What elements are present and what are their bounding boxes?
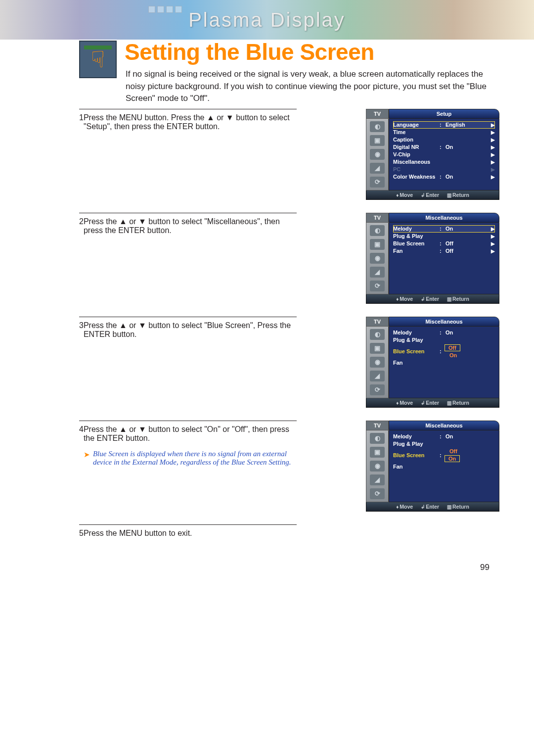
category-icon: ⟳ <box>370 384 385 395</box>
menu-row[interactable]: Blue Screen:OffOn <box>393 448 495 463</box>
step-text: Press the ▲ or ▼ button to select "On" o… <box>84 425 297 467</box>
tv-tab: TV <box>366 213 389 223</box>
category-icon: ◐ <box>370 121 385 132</box>
menu-title: Miscellaneous <box>389 421 499 430</box>
option-value[interactable]: On <box>445 455 460 462</box>
tv-tab: TV <box>366 317 389 327</box>
tv-tab: TV <box>366 421 389 430</box>
category-icon: ◐ <box>370 329 385 340</box>
menu-row[interactable]: Plug & Play <box>393 440 495 448</box>
step-number: 4 <box>79 425 84 467</box>
menu-footer: ♦Move↲Enter▥Return <box>366 398 499 408</box>
category-icon: ◉ <box>370 253 385 264</box>
top-banner: Plasma Display <box>0 0 534 40</box>
step-text: Press the ▲ or ▼ button to select "Misce… <box>84 217 297 235</box>
category-icon: ⟳ <box>370 177 385 188</box>
page-number: 99 <box>0 553 534 572</box>
step-number: 5 <box>79 529 84 538</box>
category-icon: ◐ <box>370 225 385 236</box>
menu-row[interactable]: Blue Screen:OffOn <box>393 344 495 359</box>
category-icon: ◢ <box>370 474 385 485</box>
osd-menu: TVMiscellaneous◐▣◉◢⟳Melody:OnPlug & Play… <box>366 421 499 512</box>
menu-row[interactable]: Plug & Play <box>393 336 495 344</box>
menu-row[interactable]: Caption▶ <box>393 136 495 143</box>
intro-text: If no signal is being received or the si… <box>126 68 499 105</box>
menu-row[interactable]: Miscellaneous▶ <box>393 158 495 166</box>
category-icon: ▣ <box>370 135 385 146</box>
menu-title: Setup <box>389 109 499 119</box>
osd-menu: TVSetup◐▣◉◢⟳Language:English▶Time▶Captio… <box>366 109 499 200</box>
section-icon: ☟ <box>79 41 117 78</box>
category-icon: ▣ <box>370 239 385 250</box>
category-icon: ▣ <box>370 447 385 458</box>
menu-category-icons: ◐▣◉◢⟳ <box>366 430 389 502</box>
menu-row[interactable]: Melody:On <box>393 433 495 440</box>
menu-title: Miscellaneous <box>389 213 499 223</box>
page-title: Setting the Blue Screen <box>125 39 499 65</box>
menu-row[interactable]: Fan <box>393 359 495 367</box>
menu-category-icons: ◐▣◉◢⟳ <box>366 119 389 190</box>
menu-footer: ♦Move↲Enter▥Return <box>366 190 499 200</box>
menu-row[interactable]: Color Weakness:On▶ <box>393 173 495 181</box>
menu-row[interactable]: V-Chip▶ <box>393 151 495 158</box>
menu-row[interactable]: Digital NR:On▶ <box>393 143 495 151</box>
step: 4Press the ▲ or ▼ button to select "On" … <box>79 421 297 467</box>
step-number: 1 <box>79 113 84 131</box>
category-icon: ▣ <box>370 343 385 354</box>
menu-category-icons: ◐▣◉◢⟳ <box>366 223 389 294</box>
category-icon: ◢ <box>370 267 385 278</box>
menu-row[interactable]: Melody:On▶ <box>393 225 495 233</box>
step-number: 3 <box>79 321 84 339</box>
osd-menu: TVMiscellaneous◐▣◉◢⟳Melody:OnPlug & Play… <box>366 317 499 408</box>
step-number: 2 <box>79 217 84 235</box>
menu-row[interactable]: Time▶ <box>393 129 495 136</box>
option-value[interactable]: Off <box>445 448 460 454</box>
menu-footer: ♦Move↲Enter▥Return <box>366 294 499 304</box>
menu-row[interactable]: PC▶ <box>393 166 495 173</box>
menu-category-icons: ◐▣◉◢⟳ <box>366 327 389 398</box>
menu-row[interactable]: Language:English▶ <box>393 121 495 129</box>
menu-title: Miscellaneous <box>389 317 499 327</box>
osd-menu: TVMiscellaneous◐▣◉◢⟳Melody:On▶Plug & Pla… <box>366 213 499 304</box>
tv-tab: TV <box>366 109 389 119</box>
category-icon: ⟳ <box>370 488 385 499</box>
menu-row[interactable]: Plug & Play▶ <box>393 233 495 240</box>
category-icon: ◢ <box>370 371 385 381</box>
category-icon: ◢ <box>370 163 385 174</box>
category-icon: ◐ <box>370 433 385 444</box>
step-text: Press the ▲ or ▼ button to select "Blue … <box>84 321 297 339</box>
step-text: Press the MENU button. Press the ▲ or ▼ … <box>84 113 297 131</box>
step: 5Press the MENU button to exit. <box>79 524 297 538</box>
option-value[interactable]: On <box>445 352 460 358</box>
step-text: Press the MENU button to exit. <box>84 529 192 538</box>
category-icon: ◉ <box>370 357 385 368</box>
step: 2Press the ▲ or ▼ button to select "Misc… <box>79 213 297 235</box>
menu-row[interactable]: Fan <box>393 463 495 471</box>
option-value[interactable]: Off <box>445 344 460 351</box>
step-note: ➤Blue Screen is displayed when there is … <box>84 450 297 467</box>
menu-row[interactable]: Blue Screen:Off▶ <box>393 240 495 247</box>
step: 3Press the ▲ or ▼ button to select "Blue… <box>79 317 297 339</box>
step: 1Press the MENU button. Press the ▲ or ▼… <box>79 109 297 131</box>
category-icon: ⟳ <box>370 281 385 291</box>
category-icon: ◉ <box>370 149 385 160</box>
menu-row[interactable]: Fan:Off▶ <box>393 247 495 255</box>
menu-row[interactable]: Melody:On <box>393 329 495 336</box>
category-icon: ◉ <box>370 461 385 472</box>
menu-footer: ♦Move↲Enter▥Return <box>366 502 499 512</box>
banner-text: Plasma Display <box>188 9 346 31</box>
